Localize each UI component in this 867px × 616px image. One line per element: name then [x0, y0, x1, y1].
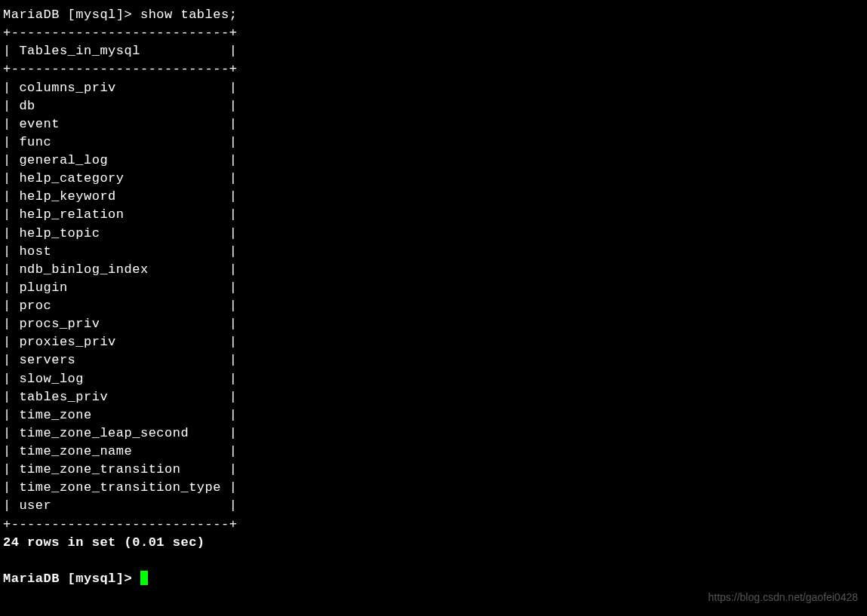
prompt-prefix: MariaDB [mysql]>: [3, 8, 140, 22]
table-border-top: +---------------------------+: [3, 26, 237, 40]
watermark-text: https://blog.csdn.net/gaofei0428: [709, 590, 858, 605]
command-text: show tables;: [140, 8, 237, 22]
prompt-line-2: MariaDB [mysql]>: [3, 572, 148, 586]
result-summary: 24 rows in set (0.01 sec): [3, 535, 205, 550]
prompt-line: MariaDB [mysql]> show tables;: [3, 8, 237, 22]
prompt-prefix-2: MariaDB [mysql]>: [3, 572, 140, 586]
terminal-output[interactable]: MariaDB [mysql]> show tables; +---------…: [3, 6, 864, 588]
table-header-row: | Tables_in_mysql |: [3, 44, 237, 58]
table-border-bottom: +---------------------------+: [3, 517, 237, 532]
cursor-icon: [140, 571, 148, 585]
table-border-mid: +---------------------------+: [3, 62, 237, 76]
table-body: | columns_priv | | db | | event | | func…: [3, 81, 237, 513]
